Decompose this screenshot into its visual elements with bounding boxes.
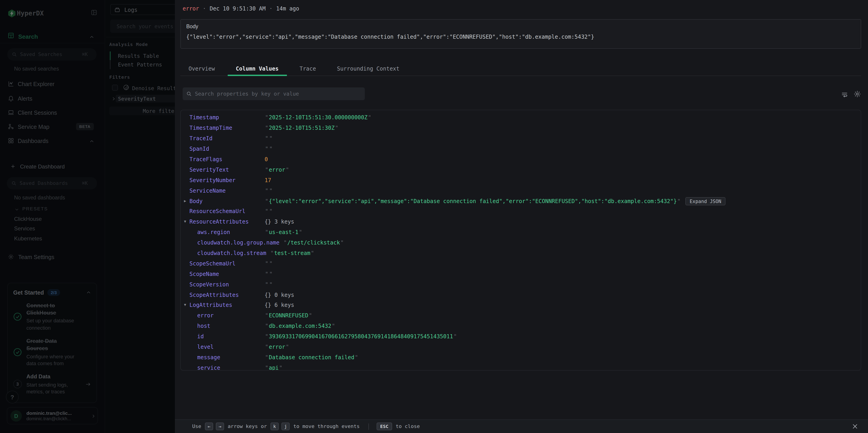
table-row[interactable]: hostdb.example.com:5432 [181, 321, 861, 332]
row-value: {} 0 keys [265, 291, 294, 298]
table-row[interactable]: ResourceSchemaUrl [181, 206, 861, 217]
table-row[interactable]: messageDatabase connection failed [181, 352, 861, 363]
properties-search-input[interactable] [183, 87, 365, 100]
row-value: 3936933170699041670661627958043769141864… [265, 333, 457, 340]
row-value: error [265, 344, 289, 350]
row-key: ScopeAttributes [189, 291, 265, 298]
row-key: ScopeVersion [189, 281, 265, 287]
settings-gear-icon[interactable] [854, 90, 861, 98]
row-value [265, 260, 273, 267]
table-row[interactable]: TimestampTime2025-12-10T15:51:30Z [181, 123, 861, 133]
row-key: cloudwatch.log.group.name [197, 240, 283, 246]
table-row[interactable]: cloudwatch.log.group.name/test/clickstac… [181, 238, 861, 248]
table-row[interactable]: levelerror [181, 342, 861, 352]
footer-text: to move through events [293, 424, 360, 429]
row-value: {} 3 keys [265, 219, 294, 225]
table-row-body[interactable]: Body {"level":"error","service":"api","m… [181, 196, 861, 206]
table-row[interactable]: cloudwatch.log.streamtest-stream [181, 248, 861, 258]
body-label: Body [186, 24, 855, 29]
row-key: id [197, 333, 265, 340]
search-icon [186, 91, 192, 96]
table-row[interactable]: serviceapi [181, 363, 861, 371]
severity-badge: error [183, 5, 199, 12]
kbd-esc: ESC [377, 423, 392, 430]
row-value: error [265, 167, 289, 173]
row-key: SeverityText [189, 167, 265, 173]
row-value [265, 271, 273, 277]
row-key: ResourceAttributes [189, 219, 265, 225]
table-row[interactable]: SpanId [181, 144, 861, 154]
event-relative-time: 14m ago [276, 5, 299, 12]
collapse-down-icon[interactable] [184, 304, 189, 307]
row-value: 0 [265, 156, 268, 162]
expand-right-icon[interactable] [184, 199, 189, 203]
table-row[interactable]: SeverityTexterror [181, 164, 861, 175]
row-key: aws.region [197, 229, 265, 236]
table-row[interactable]: id39369331706990416706616279580437691418… [181, 331, 861, 342]
row-key: SeverityNumber [189, 177, 265, 184]
kbd-j: j [281, 423, 290, 430]
row-key: Timestamp [189, 115, 265, 121]
footer-text: Use [192, 424, 201, 429]
row-key: TimestampTime [189, 125, 265, 131]
row-key: level [197, 344, 265, 350]
kbd-arrow-right: → [216, 423, 224, 430]
row-value [265, 135, 273, 142]
footer-text: to close [396, 424, 420, 429]
wrap-lines-icon[interactable] [841, 91, 848, 98]
row-value [265, 281, 273, 287]
row-value: 17 [265, 177, 271, 184]
dot-separator: · [203, 5, 206, 12]
footer-text: arrow keys or [228, 424, 267, 429]
table-row[interactable]: TraceFlags0 [181, 154, 861, 164]
row-value: {"level":"error","service":"api","messag… [265, 198, 681, 204]
tab-column-values[interactable]: Column Values [228, 62, 287, 75]
table-row[interactable]: ScopeSchemaUrl [181, 258, 861, 269]
body-json: {"level":"error","service":"api","messag… [186, 34, 855, 40]
row-value: 2025-12-10T15:51:30Z [265, 125, 339, 131]
row-value: us-east-1 [265, 229, 303, 236]
row-value [265, 146, 273, 152]
row-value [265, 208, 273, 215]
row-value: db.example.com:5432 [265, 323, 336, 330]
footer-divider [368, 423, 369, 430]
row-key: ScopeName [189, 271, 265, 277]
table-row[interactable]: aws.regionus-east-1 [181, 227, 861, 238]
event-header: error · Dec 10 9:51:30 AM · 14m ago [183, 5, 299, 12]
table-row[interactable]: Timestamp2025-12-10T15:51:30.000000000Z [181, 113, 861, 123]
kbd-arrow-left: ← [205, 423, 213, 430]
table-row[interactable]: TraceId [181, 133, 861, 144]
row-key: message [197, 354, 265, 361]
row-key: Body [189, 198, 265, 204]
table-row[interactable]: ScopeVersion [181, 279, 861, 290]
row-key: ScopeSchemaUrl [189, 260, 265, 267]
collapse-down-icon[interactable] [184, 220, 189, 224]
dot-separator: · [269, 5, 272, 12]
row-key: LogAttributes [189, 302, 265, 308]
row-key: TraceId [189, 135, 265, 142]
table-row[interactable]: errorECONNREFUSED [181, 311, 861, 321]
row-value: {} 6 keys [265, 302, 294, 308]
row-key: cloudwatch.log.stream [197, 250, 270, 256]
row-value: /test/clickstack [283, 240, 344, 246]
row-value: test-stream [270, 250, 314, 256]
expand-json-button[interactable]: Expand JSON [686, 197, 725, 205]
close-icon[interactable] [852, 424, 858, 429]
detail-tabs: Overview Column Values Trace Surrounding… [180, 62, 861, 76]
table-row-log-attributes[interactable]: LogAttributes {} 6 keys [181, 300, 861, 311]
tab-surrounding-context[interactable]: Surrounding Context [329, 62, 408, 75]
tab-overview[interactable]: Overview [180, 62, 223, 75]
row-value: 2025-12-10T15:51:30.000000000Z [265, 115, 372, 121]
tab-trace[interactable]: Trace [291, 62, 324, 75]
event-detail-modal: error · Dec 10 9:51:30 AM · 14m ago Body… [175, 0, 868, 433]
event-datetime: Dec 10 9:51:30 AM [210, 5, 266, 12]
table-row[interactable]: ServiceName [181, 185, 861, 196]
table-row-resource-attributes[interactable]: ResourceAttributes {} 3 keys [181, 217, 861, 227]
table-row[interactable]: ScopeAttributes{} 0 keys [181, 289, 861, 300]
row-value: Database connection failed [265, 354, 359, 361]
table-row[interactable]: ScopeName [181, 269, 861, 279]
table-row[interactable]: SeverityNumber17 [181, 175, 861, 186]
app-root: HyperDX Search ⌘K No saved searches Char… [0, 0, 868, 433]
row-key: host [197, 323, 265, 330]
row-key: SpanId [189, 146, 265, 152]
